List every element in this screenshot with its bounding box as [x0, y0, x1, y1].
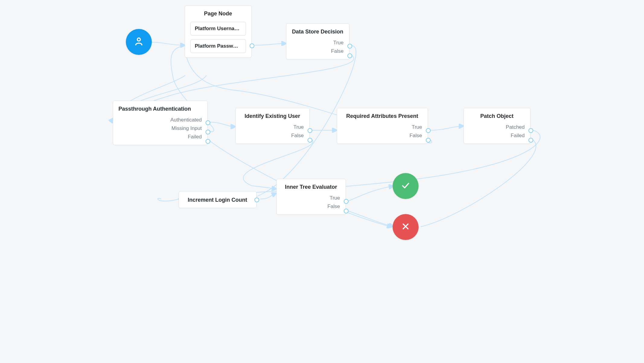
success-node[interactable]	[393, 173, 419, 199]
output-port-failed[interactable]	[206, 139, 210, 144]
node-increment-login-count[interactable]: Increment Login Count	[179, 191, 257, 208]
node-required-attributes-present[interactable]: Required Attributes Present True False	[337, 108, 428, 144]
node-title: Increment Login Count	[188, 197, 247, 203]
output-port-true[interactable]	[308, 128, 312, 133]
outcome-label: Missing Input	[119, 125, 202, 132]
close-icon	[400, 221, 411, 233]
output-port[interactable]	[250, 43, 254, 48]
output-port-missing-input[interactable]	[206, 130, 210, 134]
sub-item-platform-password[interactable]: Platform Passw…	[190, 39, 246, 53]
outcome-label: Failed	[119, 133, 202, 140]
output-port-false[interactable]	[347, 53, 352, 58]
outcome-label: True	[241, 124, 304, 131]
node-title: Identify Existing User	[241, 113, 304, 119]
node-patch-object[interactable]: Patch Object Patched Failed	[464, 108, 531, 144]
output-port-patched[interactable]	[528, 128, 533, 133]
failure-node[interactable]	[393, 214, 419, 240]
node-title: Patch Object	[469, 113, 525, 119]
output-port-false[interactable]	[426, 138, 431, 143]
svg-point-0	[137, 38, 140, 41]
output-port[interactable]	[254, 197, 259, 202]
outcome-label: False	[241, 132, 304, 139]
node-page-node[interactable]: Page Node Platform Userna… Platform Pass…	[185, 5, 252, 58]
outcome-label: Authenticated	[119, 116, 202, 124]
outcome-label: False	[343, 132, 422, 139]
output-port-true[interactable]	[426, 128, 431, 133]
node-title: Required Attributes Present	[343, 113, 422, 119]
outcome-label: True	[292, 39, 344, 46]
node-title: Page Node	[190, 11, 246, 17]
user-icon	[133, 36, 144, 48]
outcome-label: True	[282, 194, 340, 202]
node-passthrough-authentication[interactable]: Passthrough Authentication Authenticated…	[113, 101, 208, 145]
output-port-false[interactable]	[308, 138, 312, 143]
output-port-authenticated[interactable]	[206, 120, 210, 125]
node-inner-tree-evaluator[interactable]: Inner Tree Evaluator True False	[276, 179, 346, 215]
output-port-true[interactable]	[347, 44, 352, 49]
outcome-label: Patched	[469, 124, 525, 131]
node-title: Inner Tree Evaluator	[282, 184, 340, 190]
outcome-label: True	[343, 124, 422, 131]
output-port-true[interactable]	[344, 199, 349, 204]
check-icon	[400, 180, 411, 192]
node-title: Data Store Decision	[292, 29, 344, 35]
output-port-failed[interactable]	[528, 138, 533, 143]
outcome-label: False	[282, 203, 340, 210]
start-node[interactable]	[126, 29, 152, 55]
outcome-label: Failed	[469, 132, 525, 139]
outcome-label: False	[292, 48, 344, 55]
node-data-store-decision[interactable]: Data Store Decision True False	[286, 24, 349, 59]
output-port-false[interactable]	[344, 209, 349, 213]
sub-item-platform-username[interactable]: Platform Userna…	[190, 22, 246, 36]
node-title: Passthrough Authentication	[119, 106, 202, 112]
node-identify-existing-user[interactable]: Identify Existing User True False	[235, 108, 310, 144]
